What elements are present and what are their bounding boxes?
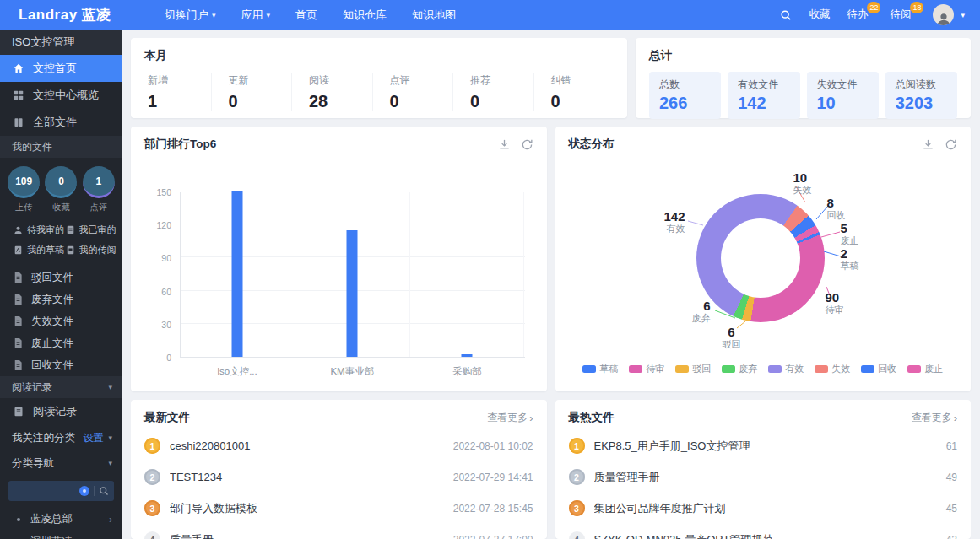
donut-label-name: 草稿: [841, 261, 878, 272]
sidebar-item-0[interactable]: 文控首页: [0, 55, 122, 82]
chevron-down-icon[interactable]: ▾: [961, 11, 965, 19]
quick-link-2[interactable]: 我的草稿: [14, 244, 66, 256]
list-item[interactable]: 3集团公司品牌年度推广计划45: [569, 493, 958, 524]
legend-item-1[interactable]: 待审: [629, 363, 664, 375]
hot-files-title: 最热文件: [569, 410, 615, 425]
latest-more-link[interactable]: 查看更多 ›: [487, 411, 533, 425]
sidebar-item-2[interactable]: 全部文件: [0, 109, 122, 136]
sidebar-item-1[interactable]: 文控中心概览: [0, 82, 122, 109]
avatar[interactable]: [933, 4, 954, 25]
list-item[interactable]: 3部门导入数据模板2022-07-28 15:45: [144, 493, 533, 524]
menu-item-3[interactable]: 知识仓库: [330, 0, 399, 30]
month-stat-value: 28: [309, 92, 328, 110]
donut-label-value: 6: [658, 299, 711, 313]
bar-0[interactable]: [232, 191, 243, 357]
legend-item-6[interactable]: 回收: [861, 363, 896, 375]
sidebar-item-reading-log[interactable]: 阅读记录: [0, 398, 122, 425]
search-icon[interactable]: [780, 9, 792, 21]
sidebar-doc-link-0[interactable]: 驳回文件: [0, 267, 122, 288]
bar-2[interactable]: [462, 354, 473, 357]
sidebar-doc-link-3[interactable]: 废止文件: [0, 332, 122, 354]
legend-label: 驳回: [692, 363, 711, 375]
sidebar-doc-link-2[interactable]: 失效文件: [0, 310, 122, 332]
followed-categories-label: 我关注的分类: [12, 431, 75, 445]
month-stat-1: 更新0: [211, 73, 292, 111]
menu-item-1[interactable]: 应用▾: [229, 0, 284, 30]
category-nav-row[interactable]: 分类导航 ▾: [0, 450, 122, 476]
donut-label-value: 6: [711, 325, 753, 339]
logo[interactable]: Landray 蓝凌: [19, 5, 145, 24]
category-item-1[interactable]: 深圳蓝凌›: [0, 531, 122, 539]
refresh-icon[interactable]: [521, 138, 533, 151]
list-item[interactable]: 1ceshi2208010012022-08-01 10:02: [144, 430, 533, 461]
total-stat-label: 总数: [659, 78, 711, 92]
list-item[interactable]: 1EKP8.5_用户手册_ISO文控管理61: [569, 430, 958, 461]
total-stat-label: 失效文件: [817, 78, 869, 92]
bronze-medal-icon: 3: [144, 500, 160, 516]
my-files-stat-2[interactable]: 1点评: [83, 166, 115, 213]
quick-link-3[interactable]: 我的传阅: [66, 244, 118, 256]
file-title[interactable]: 部门导入数据模板: [170, 501, 444, 516]
todo-link[interactable]: 待办 22: [847, 8, 873, 22]
my-files-stat-0[interactable]: 109上传: [8, 166, 40, 213]
donut-label-废止: 5废止: [841, 221, 878, 246]
legend-item-5[interactable]: 失效: [815, 363, 850, 375]
legend-item-2[interactable]: 驳回: [675, 363, 711, 375]
file-title[interactable]: SZYK-QD-MN025 量产ORT管理规范 ...: [594, 532, 937, 539]
list-item[interactable]: 2TEST12342022-07-29 14:41: [144, 461, 533, 493]
file-title[interactable]: TEST1234: [170, 471, 444, 483]
list-item[interactable]: 2质量管理手册49: [569, 461, 958, 493]
toread-link[interactable]: 待阅 18: [890, 8, 916, 22]
file-title[interactable]: EKP8.5_用户手册_ISO文控管理: [594, 439, 937, 454]
favorites-link[interactable]: 收藏: [809, 8, 830, 22]
file-title[interactable]: 质量手册: [170, 532, 444, 539]
menu-item-label: 知识仓库: [343, 8, 387, 23]
chevron-right-icon: ›: [529, 412, 533, 424]
y-axis-tick: 60: [144, 287, 171, 297]
donut-ring[interactable]: [696, 194, 825, 322]
sidebar-doc-link-4[interactable]: 回收文件: [0, 354, 122, 376]
chevron-down-icon: ▾: [108, 434, 112, 442]
advanced-search-icon[interactable]: [79, 486, 89, 496]
quick-link-0[interactable]: 待我审的: [14, 224, 66, 236]
menu-item-4[interactable]: 知识地图: [399, 0, 468, 30]
hot-more-link[interactable]: 查看更多 ›: [912, 411, 957, 425]
month-stat-4: 推荐0: [452, 73, 533, 111]
menu-item-0[interactable]: 切换门户▾: [152, 0, 229, 30]
bar-1[interactable]: [347, 230, 358, 357]
category-item-0[interactable]: 蓝凌总部›: [0, 508, 122, 531]
reading-section-header[interactable]: 阅读记录 ▾: [0, 376, 122, 398]
menu-item-2[interactable]: 首页: [283, 0, 330, 30]
total-stat-label: 有效文件: [738, 78, 789, 92]
quick-link-1[interactable]: 我已审的: [66, 224, 118, 236]
my-files-stat-1[interactable]: 0收藏: [45, 166, 77, 213]
sidebar-doc-link-1[interactable]: 废弃文件: [0, 288, 122, 310]
file-title[interactable]: ceshi220801001: [170, 439, 444, 452]
legend-label: 回收: [878, 363, 896, 375]
settings-link[interactable]: 设置: [83, 431, 103, 445]
month-stat-label: 推荐: [470, 73, 533, 88]
todo-label: 待办: [847, 8, 868, 20]
file-title[interactable]: 质量管理手册: [594, 470, 937, 485]
list-item[interactable]: 4质量手册2022-07-27 17:00: [144, 524, 533, 539]
y-axis-tick: 90: [144, 253, 171, 263]
followed-categories-row[interactable]: 我关注的分类 设置 ▾: [0, 425, 122, 450]
donut-label-value: 142: [594, 209, 685, 224]
total-stat-3: 总阅读数3203: [885, 72, 957, 119]
menu-item-label: 知识地图: [412, 8, 456, 23]
legend-swatch: [629, 365, 642, 373]
legend-item-3[interactable]: 废弃: [722, 363, 757, 375]
category-search-input[interactable]: [8, 481, 114, 501]
legend-item-4[interactable]: 有效: [768, 363, 804, 375]
download-icon[interactable]: [922, 138, 934, 151]
download-icon[interactable]: [498, 138, 511, 151]
legend-item-7[interactable]: 废止: [907, 363, 943, 375]
legend-item-0[interactable]: 草稿: [582, 363, 618, 375]
search-icon[interactable]: [99, 486, 109, 496]
bar-column-2: [410, 192, 525, 357]
status-distribution-chart-card: 状态分布 10失效8回收5废止2草稿90待审6驳回6废弃142有效 草稿待审驳回…: [555, 127, 972, 391]
list-item[interactable]: 4SZYK-QD-MN025 量产ORT管理规范 ...42: [569, 524, 958, 539]
file-title[interactable]: 集团公司品牌年度推广计划: [594, 501, 937, 516]
category-label: 深圳蓝凌: [30, 535, 73, 539]
refresh-icon[interactable]: [945, 138, 957, 151]
